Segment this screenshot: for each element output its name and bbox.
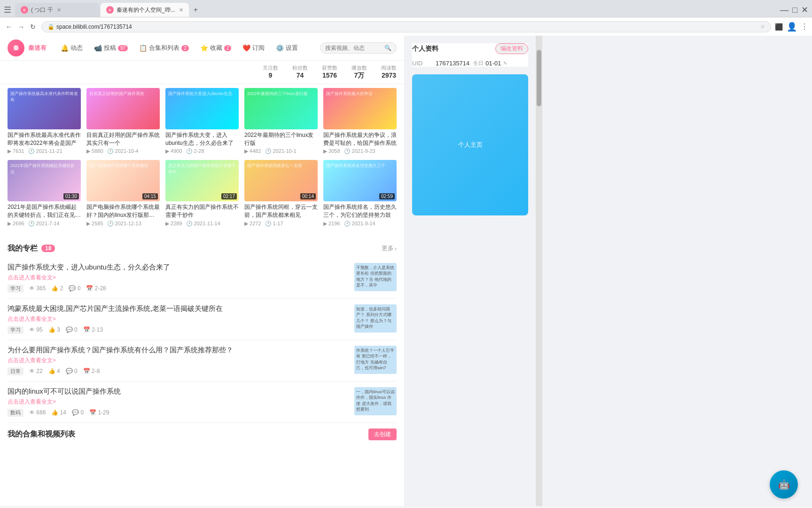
tab-settings[interactable]: ⚙️ 设置 xyxy=(271,41,303,55)
url-bar[interactable]: 🔒 space.bilibili.com/1767135714 ☆ xyxy=(41,21,771,32)
fans-label: 粉丝数 xyxy=(292,64,308,71)
video-title: 2022年最期待的三个linux发行版 xyxy=(244,131,318,147)
date-icon: 📅 2-13 xyxy=(83,326,103,333)
column-item-title[interactable]: 国内的linux可不可以说国产操作系统 xyxy=(8,387,347,396)
go-create-button[interactable]: 去创建 xyxy=(368,429,397,440)
new-tab-button[interactable]: + xyxy=(190,6,202,14)
video-thumb: 国产操作系统同框穿云一支箭 00:14 xyxy=(244,160,318,201)
video-card-row2-2[interactable]: 真正有实力的国产操作系统不需要干炒作 02:17 真正有实力的国产操作系统不需要… xyxy=(165,160,239,228)
play-icon: ▶ 4900 xyxy=(165,148,182,154)
video-thumb: 2021年国产操作系统崛起关键转折点 01:30 xyxy=(8,160,81,201)
dynamic-icon: 🔔 xyxy=(61,44,69,52)
play-icon: ▶ 2196 xyxy=(323,221,340,227)
profile-card: 个人资料 编改资料 UID 1767135714 生日 01-01 ✎ xyxy=(412,43,528,67)
column-item-link[interactable]: 点击进入查看全文> xyxy=(8,315,347,323)
chrome-menu-icon[interactable]: ☰ xyxy=(4,5,11,15)
column-item-left: 国内的linux可不可以说国产操作系统 点击进入查看全文> 数码 👁 686 👍… xyxy=(8,387,347,417)
tab-dynamic[interactable]: 🔔 动态 xyxy=(56,41,87,55)
right-sidebar: 个人资料 编改资料 UID 1767135714 生日 01-01 ✎ 个人主页 xyxy=(404,36,536,506)
column-item-0: 国产操作系统大变，进入ubuntu生态，分久必合来了 点击进入查看全文> 学习 … xyxy=(8,257,397,299)
play-icon: ▶ 7631 xyxy=(8,148,24,154)
column-item-link[interactable]: 点击进入查看全文> xyxy=(8,274,347,282)
tab-favorites[interactable]: ⭐ 收藏 2 xyxy=(195,41,236,55)
close-btn[interactable]: ✕ xyxy=(801,5,808,15)
profile-card-header: 个人资料 编改资料 xyxy=(412,43,528,54)
columns-more-btn[interactable]: 更多 › xyxy=(382,244,397,253)
date: 🕐 2021-11-21 xyxy=(28,148,62,154)
video-card-row2-0[interactable]: 2021年国产操作系统崛起关键转折点 01:30 2021年是国产操作系统崛起的… xyxy=(8,160,81,228)
settings-label: 设置 xyxy=(286,44,298,52)
video-duration: 00:14 xyxy=(300,193,316,199)
refresh-button[interactable]: ↻ xyxy=(28,22,38,32)
column-item-title[interactable]: 鸿蒙系统最大困境,国产芯片国产主流操作系统,老菜一语揭破关键所在 xyxy=(8,304,347,313)
video-grid-row2: 2021年国产操作系统崛起关键转折点 01:30 2021年是国产操作系统崛起的… xyxy=(0,160,404,238)
column-item-link[interactable]: 点击进入查看全文> xyxy=(8,398,347,406)
max-btn[interactable]: □ xyxy=(792,5,797,15)
column-thumb: 知道，也多段问国产？ 系列分方式哪几个？ 那么为？与国产操作 xyxy=(354,304,397,333)
play-icon: ▶ 4482 xyxy=(244,148,261,154)
sidebar-banner: 个人主页 xyxy=(412,74,528,215)
tab-collection[interactable]: 📋 合集和列表 2 xyxy=(134,41,194,55)
tab2-close[interactable]: ✕ xyxy=(179,7,183,13)
video-card-row1-4[interactable]: 国产操作系统最大的争议 国产操作系统最大的争议，浪费是可耻的，给国产操作系统 ▶… xyxy=(323,88,397,156)
stat-likes: 获赞数 1576 xyxy=(322,64,337,80)
video-title: 国产操作系统最大的争议，浪费是可耻的，给国产操作系统 xyxy=(323,131,397,147)
forward-button[interactable]: → xyxy=(16,22,26,32)
video-card-row1-2[interactable]: 国产操作系统大变进入ubuntu生态 国产操作系统大变，进入ubuntu生态，分… xyxy=(165,88,239,156)
play-icon: ▶ 3058 xyxy=(323,148,340,154)
tab-video[interactable]: 📹 投稿 97 xyxy=(89,41,133,55)
video-card-row2-1[interactable]: 国产电脑操作系统哪个系统最好 04:15 国产电脑操作系统哪个系统最好？国内的l… xyxy=(86,160,160,228)
views-icon: 👁 686 xyxy=(29,409,46,416)
birthday-value: 01-01 xyxy=(485,60,501,67)
tab2-label: 秦迷有的个人空间_哔... xyxy=(117,6,175,14)
comments-icon: 💬 0 xyxy=(69,285,80,292)
search-box[interactable]: 🔍 xyxy=(320,42,397,54)
date: 🕐 2021-9-14 xyxy=(344,221,375,227)
video-card-row2-3[interactable]: 国产操作系统同框穿云一支箭 00:14 国产操作系统同框，穿云一支箭，国产系统都… xyxy=(244,160,318,228)
edit-birthday-icon[interactable]: ✎ xyxy=(503,61,507,66)
video-card-row2-4[interactable]: 国产操作系统排名历史悠久三个 02:59 国产操作系统排名，历史悠久三个，为它们… xyxy=(323,160,397,228)
star-icon[interactable]: ☆ xyxy=(760,24,765,30)
column-item-title[interactable]: 为什么要用国产操作系统？国产操作系统有什么用？国产系统推荐那些？ xyxy=(8,346,347,355)
date-icon: 📅 1-29 xyxy=(89,409,109,416)
comments-icon: 💬 0 xyxy=(66,368,78,374)
back-button[interactable]: ← xyxy=(4,22,14,32)
video-card-row1-3[interactable]: 2022年最期待的三个linux发行版 2022年最期待的三个linux发行版 … xyxy=(244,88,318,156)
follow-label: 关注数 xyxy=(263,64,278,71)
column-item-title[interactable]: 国产操作系统大变，进入ubuntu生态，分久必合来了 xyxy=(8,263,347,272)
column-thumb: 作系统？一个人它平有 那已经不一样，打地方 先确有自己，也可用win7 xyxy=(354,346,397,374)
search-input[interactable] xyxy=(325,45,382,51)
column-item-link[interactable]: 点击进入查看全文> xyxy=(8,357,347,365)
video-card-row1-1[interactable]: 目前真正好用的国产操作系统 目前真正好用的国产操作系统其实只有一个 ▶ 5880… xyxy=(86,88,160,156)
min-btn[interactable]: ― xyxy=(780,5,789,15)
date: 🕐 2021-9-23 xyxy=(344,148,375,154)
scrollbar-thumb[interactable] xyxy=(537,50,541,106)
video-card-row1-0[interactable]: 国产操作系统最高水准代表作即将发布 国产操作系统最高水准代表作即将发布2022年… xyxy=(8,88,81,156)
subscribe-label: 订阅 xyxy=(252,44,265,52)
scrollbar-track[interactable] xyxy=(536,36,542,506)
tab-2[interactable]: B 秦迷有的个人空间_哔... ✕ xyxy=(101,3,189,17)
columns-count-badge: 18 xyxy=(41,245,55,252)
cast-icon[interactable]: ⬛ xyxy=(775,23,783,31)
chevron-right-icon: › xyxy=(395,245,397,252)
tab1-close[interactable]: ✕ xyxy=(57,7,61,13)
dynamic-label: 动态 xyxy=(70,44,83,52)
more-label: 更多 xyxy=(382,244,394,253)
likes-icon: 👍 3 xyxy=(48,326,60,333)
tab-subscribe[interactable]: ❤️ 订阅 xyxy=(238,41,269,55)
menu-icon[interactable]: ⋮ xyxy=(801,22,808,31)
date: 🕐 1-17 xyxy=(265,221,283,227)
video-thumb: 国产操作系统最大的争议 xyxy=(323,88,397,129)
views-icon: 👁 365 xyxy=(29,285,46,292)
collection-icon: 📋 xyxy=(139,44,147,52)
column-item-left: 鸿蒙系统最大困境,国产芯片国产主流操作系统,老菜一语揭破关键所在 点击进入查看全… xyxy=(8,304,347,334)
likes-icon: 👍 14 xyxy=(51,409,66,416)
bottom-section: 我的合集和视频列表 去创建 xyxy=(0,423,404,440)
likes-icon: 👍 2 xyxy=(51,285,63,292)
likes-label: 获赞数 xyxy=(322,64,337,71)
tab-1[interactable]: B ( つ口 千 ✕ xyxy=(15,3,100,17)
column-item-meta: 学习 👁 95 👍 3 💬 0 📅 2-13 xyxy=(8,326,347,334)
profile-icon[interactable]: 👤 xyxy=(787,22,797,32)
edit-profile-button[interactable]: 编改资料 xyxy=(495,43,528,54)
video-title: 国产操作系统最高水准代表作即将发布2022年将会是国产 xyxy=(8,131,81,147)
